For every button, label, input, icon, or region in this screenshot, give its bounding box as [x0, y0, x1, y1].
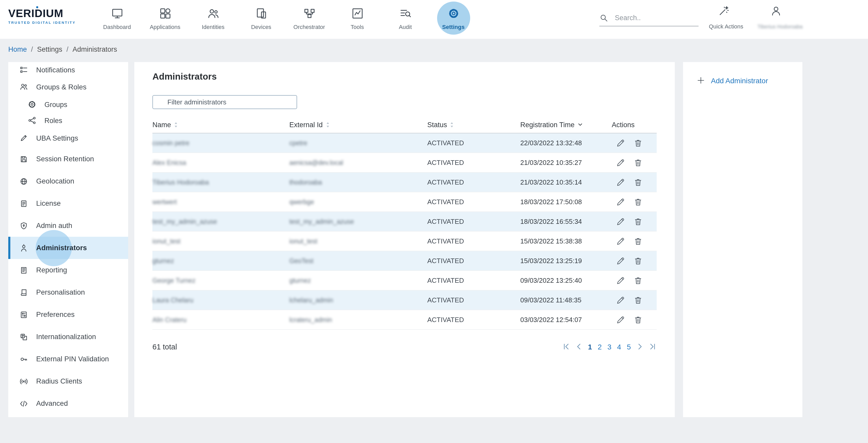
nav-item-label: Dashboard	[103, 24, 131, 30]
admin-registration-time: 21/03/2022 10:35:27	[520, 159, 612, 167]
breadcrumb-home[interactable]: Home	[8, 46, 27, 53]
user-name: Tiberius Hodoroaba	[757, 24, 795, 29]
edit-icon[interactable]	[616, 236, 625, 246]
column-header-actions: Actions	[612, 121, 657, 128]
delete-icon[interactable]	[633, 236, 643, 246]
prev-page-icon[interactable]	[575, 342, 583, 351]
sidebar-item-notifications[interactable]: Notifications	[8, 62, 128, 78]
nav-item-orchestrator[interactable]: Orchestrator	[285, 4, 333, 36]
breadcrumb-settings[interactable]: Settings	[37, 46, 63, 53]
edit-icon[interactable]	[616, 295, 625, 305]
identities-icon	[207, 7, 219, 20]
admin-status: ACTIVATED	[427, 218, 520, 225]
main-nav: DashboardApplicationsIdentitiesDevicesOr…	[93, 4, 477, 36]
admin-status: ACTIVATED	[427, 237, 520, 245]
delete-icon[interactable]	[633, 315, 643, 324]
edit-icon[interactable]	[616, 276, 625, 285]
delete-icon[interactable]	[633, 276, 643, 285]
delete-icon[interactable]	[633, 295, 643, 305]
last-page-icon[interactable]	[648, 342, 657, 351]
sidebar-item-admin-auth[interactable]: Admin auth	[8, 214, 128, 237]
delete-icon[interactable]	[633, 217, 643, 226]
nav-item-label: Tools	[350, 24, 364, 30]
edit-icon[interactable]	[616, 217, 625, 226]
delete-icon[interactable]	[633, 178, 643, 187]
plus-icon	[696, 76, 705, 85]
nav-item-audit[interactable]: Audit	[381, 4, 429, 36]
edit-icon[interactable]	[616, 158, 625, 167]
table-row: wertwertqwerbgeACTIVATED18/03/2022 17:50…	[152, 192, 657, 212]
edit-icon[interactable]	[616, 197, 625, 207]
edit-icon[interactable]	[616, 256, 625, 265]
sidebar-item-label: Advanced	[36, 400, 68, 407]
audit-icon	[399, 7, 411, 20]
pagination-page-4[interactable]: 4	[616, 343, 622, 351]
row-actions	[612, 138, 657, 148]
search-input[interactable]	[614, 13, 693, 22]
sidebar-item-geolocation[interactable]: Geolocation	[8, 170, 128, 192]
user-icon	[770, 5, 782, 17]
pagination-page-1[interactable]: 1	[587, 343, 593, 351]
sidebar-item-label: Reporting	[36, 266, 67, 274]
veridium-logo[interactable]: VERIDIUM TRUSTED DIGITAL IDENTITY	[8, 8, 76, 24]
sidebar-item-groups-roles[interactable]: Groups & Roles	[8, 78, 128, 96]
sidebar-item-label: License	[36, 200, 61, 207]
user-menu[interactable]: Tiberius Hodoroaba	[757, 5, 795, 29]
quick-actions-button[interactable]: Quick Actions	[709, 5, 739, 29]
admin-registration-time: 09/03/2022 13:25:40	[520, 276, 612, 284]
column-header-external-id[interactable]: External Id	[289, 121, 427, 128]
geolocation-icon	[20, 177, 28, 185]
add-administrator-button[interactable]: Add Administrator	[696, 76, 802, 85]
sidebar-item-license[interactable]: License	[8, 192, 128, 214]
nav-item-applications[interactable]: Applications	[141, 4, 189, 36]
sidebar-item-groups[interactable]: Groups	[8, 96, 128, 113]
sidebar-item-advanced[interactable]: Advanced	[8, 392, 128, 415]
administrators-panel: Administrators NameExternal IdStatusRegi…	[134, 62, 675, 417]
sidebar-item-administrators[interactable]: Administrators	[8, 237, 128, 259]
sidebar-item-preferences[interactable]: Preferences	[8, 303, 128, 326]
next-page-icon[interactable]	[636, 342, 644, 351]
edit-icon[interactable]	[616, 315, 625, 324]
sort-icon	[174, 121, 178, 128]
filter-administrators-input[interactable]	[152, 95, 297, 109]
delete-icon[interactable]	[633, 197, 643, 207]
nav-item-dashboard[interactable]: Dashboard	[93, 4, 141, 36]
sidebar-item-reporting[interactable]: Reporting	[8, 259, 128, 281]
admin-name: ionut_test	[152, 238, 289, 245]
first-page-icon[interactable]	[562, 342, 571, 351]
delete-icon[interactable]	[633, 158, 643, 167]
nav-item-tools[interactable]: Tools	[333, 4, 381, 36]
column-header-name[interactable]: Name	[152, 121, 289, 128]
admin-registration-time: 18/03/2022 16:55:34	[520, 218, 612, 225]
table-row: test_my_admin_azusetest_my_admin_azuseAC…	[152, 212, 657, 232]
sidebar-item-label: Session Retention	[36, 155, 94, 163]
sidebar-item-external-pin-validation[interactable]: External PIN Validation	[8, 348, 128, 370]
row-actions	[612, 315, 657, 324]
column-header-status[interactable]: Status	[427, 121, 520, 128]
sidebar-item-internationalization[interactable]: Internationalization	[8, 326, 128, 348]
sidebar-item-uba-settings[interactable]: UBA Settings	[8, 128, 128, 148]
admin-external-id: test_my_admin_azuse	[289, 218, 427, 225]
pagination-page-5[interactable]: 5	[626, 343, 632, 351]
pagination-page-2[interactable]: 2	[597, 343, 603, 351]
sidebar-item-session-retention[interactable]: Session Retention	[8, 148, 128, 170]
delete-icon[interactable]	[633, 138, 643, 148]
sidebar-item-roles[interactable]: Roles	[8, 113, 128, 128]
reporting-icon	[20, 266, 28, 274]
edit-icon[interactable]	[616, 178, 625, 187]
sidebar-item-personalisation[interactable]: Personalisation	[8, 281, 128, 303]
total-count-label: 61 total	[152, 343, 177, 351]
edit-icon[interactable]	[616, 138, 625, 148]
groups-roles-icon	[20, 83, 28, 91]
nav-item-devices[interactable]: Devices	[237, 4, 285, 36]
pagination-page-3[interactable]: 3	[606, 343, 613, 351]
admin-registration-time: 15/03/2022 13:25:19	[520, 257, 612, 265]
column-header-registration-time[interactable]: Registration Time	[520, 121, 612, 128]
sidebar-item-radius-clients[interactable]: Radius Clients	[8, 370, 128, 392]
admin-registration-time: 15/03/2022 15:38:38	[520, 237, 612, 245]
nav-item-label: Applications	[150, 24, 181, 30]
delete-icon[interactable]	[633, 256, 643, 265]
nav-item-identities[interactable]: Identities	[189, 4, 237, 36]
brand-name: VERIDIUM	[8, 8, 76, 19]
nav-item-settings[interactable]: Settings	[429, 4, 477, 36]
